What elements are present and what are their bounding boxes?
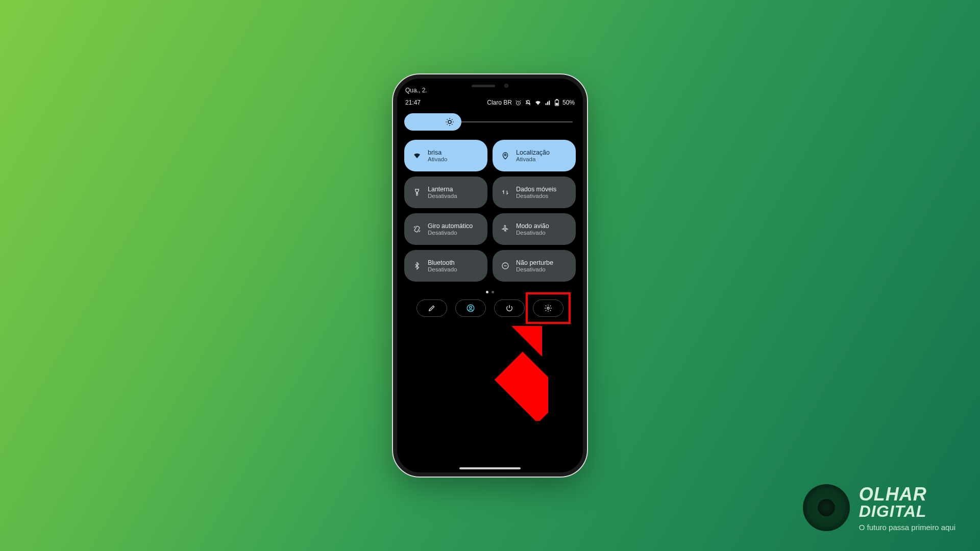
qs-tile-subtitle: Desativado: [516, 230, 549, 236]
svg-rect-2: [556, 99, 558, 100]
svg-point-5: [504, 154, 506, 156]
qs-tile-subtitle: Desativada: [428, 193, 457, 199]
mobile-data-icon: [500, 188, 511, 196]
status-bar: 21:47 Claro BR 50%: [404, 96, 576, 110]
status-time: 21:47: [405, 99, 421, 106]
battery-pct: 50%: [562, 99, 575, 106]
flashlight-icon: [411, 188, 423, 196]
brightness-track[interactable]: [460, 121, 573, 122]
qs-tile-subtitle: Desativados: [516, 193, 556, 199]
user-circle-icon: [466, 304, 475, 313]
power-button[interactable]: [494, 299, 525, 317]
phone-frame: Qua., 2. 21:47 Claro BR: [393, 74, 587, 477]
airplane-icon: [500, 225, 511, 233]
qs-tile-title: Dados móveis: [516, 186, 556, 193]
alarm-icon: [515, 99, 522, 106]
brand-line2: DIGITAL: [859, 502, 955, 521]
wifi-icon: [411, 152, 423, 160]
brand-watermark: OLHAR DIGITAL O futuro passa primeiro aq…: [803, 484, 955, 532]
qs-tile-subtitle: Ativada: [516, 156, 550, 162]
brightness-icon: [445, 117, 454, 127]
qs-tile-auto-rotate[interactable]: Giro automáticoDesativado: [404, 213, 487, 245]
svg-point-10: [470, 306, 472, 309]
page-dot[interactable]: [492, 291, 494, 293]
edit-button[interactable]: [416, 299, 447, 317]
qs-tile-bluetooth[interactable]: BluetoothDesativado: [404, 250, 487, 282]
notch: [447, 79, 533, 93]
user-button[interactable]: [455, 299, 486, 317]
qs-tile-mobile-data[interactable]: Dados móveisDesativados: [493, 177, 576, 208]
svg-point-11: [547, 307, 549, 309]
brightness-thumb[interactable]: [404, 113, 461, 131]
qs-tile-flashlight[interactable]: LanternaDesativada: [404, 177, 487, 208]
qs-tile-title: Localização: [516, 149, 550, 156]
svg-point-4: [448, 120, 451, 123]
qs-tile-airplane[interactable]: Modo aviãoDesativado: [493, 213, 576, 245]
bluetooth-icon: [411, 262, 423, 270]
brand-tagline: O futuro passa primeiro aqui: [859, 523, 955, 532]
pencil-icon: [428, 304, 436, 312]
qs-tile-title: Não perturbe: [516, 259, 553, 266]
location-icon: [500, 152, 511, 160]
speaker: [472, 85, 495, 87]
brand-logo: [803, 484, 850, 531]
qs-tile-title: Lanterna: [428, 186, 457, 193]
qs-tile-subtitle: Desativado: [428, 266, 457, 272]
qs-tile-title: Giro automático: [428, 222, 473, 230]
quick-tiles-grid: brisaAtivadoLocalizaçãoAtivadaLanternaDe…: [404, 140, 576, 287]
qs-tile-subtitle: Desativado: [516, 266, 553, 272]
mute-icon: [525, 99, 531, 106]
battery-icon: [554, 99, 559, 106]
qs-tile-subtitle: Desativado: [428, 230, 473, 236]
status-right: Claro BR 50%: [487, 99, 575, 106]
qs-tile-title: Bluetooth: [428, 259, 457, 266]
page-indicator: [404, 291, 576, 293]
wifi-status-icon: [534, 99, 542, 106]
settings-button[interactable]: [533, 299, 564, 317]
front-camera: [504, 84, 508, 88]
brightness-slider[interactable]: [404, 113, 576, 131]
svg-rect-3: [556, 103, 558, 106]
auto-rotate-icon: [411, 225, 423, 233]
qs-tile-location[interactable]: LocalizaçãoAtivada: [493, 140, 576, 171]
quick-settings-panel: Qua., 2. 21:47 Claro BR: [397, 79, 583, 472]
status-carrier: Claro BR: [487, 99, 512, 106]
page-dot[interactable]: [486, 291, 488, 293]
qs-actions-row: [404, 299, 576, 317]
qs-tile-subtitle: Ativado: [428, 156, 447, 162]
svg-point-6: [416, 193, 417, 193]
signal-icon: [545, 99, 551, 106]
dnd-icon: [500, 262, 511, 270]
gear-icon: [544, 304, 552, 312]
home-gesture-bar[interactable]: [459, 467, 521, 469]
qs-tile-wifi[interactable]: brisaAtivado: [404, 140, 487, 171]
qs-tile-title: Modo avião: [516, 222, 549, 230]
qs-tile-dnd[interactable]: Não perturbeDesativado: [493, 250, 576, 282]
power-icon: [505, 304, 513, 312]
qs-tile-title: brisa: [428, 149, 447, 156]
